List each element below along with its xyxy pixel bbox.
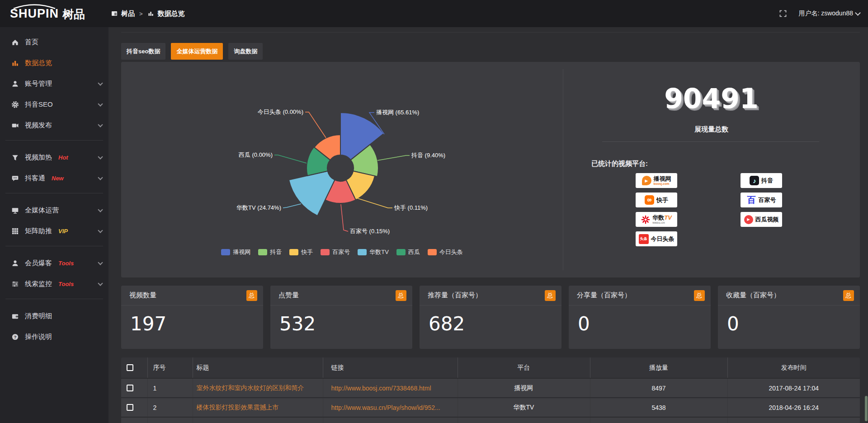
video-title-link[interactable]: 室外水纹灯和室内水纹灯的区别和简介 [197, 384, 304, 391]
sidebar-item-lead-monitor[interactable]: 线索监控Tools [0, 273, 108, 294]
platform-name: 播视网 [654, 176, 671, 182]
sidebar-item-member-burst[interactable]: 会员爆客Tools [0, 253, 108, 273]
user-menu[interactable]: 用户名: zswodun88 [798, 9, 860, 18]
col-header-platform: 平台 [458, 357, 590, 378]
video-url-link[interactable]: http://www.boosj.com/7338468.html [331, 385, 431, 392]
video-url-link[interactable]: http://www.wasu.cn/Play/show/id/952... [331, 404, 440, 411]
tab-inquiry-data[interactable]: 询盘数据 [228, 43, 263, 60]
cell-platform: 播视网 [458, 378, 590, 398]
stat-card-3: 分享量（百家号）总0 [569, 286, 711, 349]
sidebar-item-douyin-seo[interactable]: 抖音SEO [0, 94, 108, 115]
cell-platform: 华数TV [458, 398, 590, 417]
platform-badge-boosj[interactable]: ▶播视网boosj.com [636, 173, 677, 188]
select-all-checkbox[interactable] [127, 364, 133, 371]
row-checkbox[interactable] [127, 404, 133, 411]
stat-card-value: 682 [420, 306, 561, 335]
chart-panel: 播视网 (65.61%)抖音 (9.40%)快手 (0.11%)百家号 (0.1… [121, 62, 860, 277]
table-row-2: 2楼体投影灯投影效果震撼上市http://www.wasu.cn/Play/sh… [121, 398, 860, 417]
pie-label-6: 今日头条 (0.00%) [258, 108, 303, 115]
platform-badge-grid: ▶播视网boosj.com♪抖音8快手百百家号华数TVwasu.cn▶西瓜视频头… [636, 173, 782, 246]
legend-item-2[interactable]: 快手 [289, 248, 313, 256]
chevron-down-icon [855, 10, 861, 16]
stat-card-value: 532 [270, 306, 412, 335]
platform-badge-douyin[interactable]: ♪抖音 [741, 173, 782, 188]
platform-badge-wasu[interactable]: 华数TVwasu.cn [636, 212, 677, 227]
sidebar-item-video-heat[interactable]: 视频加热Hot [0, 147, 108, 168]
legend-swatch [258, 249, 267, 255]
platform-badge-baijiahao[interactable]: 百百家号 [741, 193, 782, 207]
sidebar-item-data-overview[interactable]: 数据总览 [0, 52, 108, 73]
sidebar-item-account-manage[interactable]: 账号管理 [0, 73, 108, 94]
sidebar-item-instructions[interactable]: ?操作说明 [0, 326, 108, 347]
row-checkbox[interactable] [127, 385, 133, 391]
cell-title [193, 417, 323, 423]
lead-monitor-badge: Tools [58, 281, 74, 287]
chart-icon [11, 59, 19, 67]
cell-title: 室外水纹灯和室内水纹灯的区别和简介 [193, 378, 323, 398]
logo-text-cjk: 树品 [62, 9, 85, 20]
col-header-link: 链接 [323, 357, 458, 378]
scrollbar-thumb[interactable] [865, 396, 868, 421]
video-title-link[interactable]: 楼体投影灯投影效果震撼上市 [197, 404, 279, 411]
cell-time: 2017-08-24 17:04 [727, 378, 860, 398]
pie-label-3: 百家号 (0.15%) [350, 228, 390, 235]
platform-badge-xigua[interactable]: ▶西瓜视频 [741, 212, 782, 227]
tab-douyin-seo-data[interactable]: 抖音seo数据 [121, 43, 165, 60]
fullscreen-icon[interactable] [779, 10, 787, 17]
legend-item-6[interactable]: 今日头条 [428, 248, 463, 256]
sidebar-item-video-publish[interactable]: 视频发布 [0, 115, 108, 136]
sidebar-item-home[interactable]: 首页 [0, 32, 108, 52]
stat-card-4: 收藏量（百家号）总0 [718, 286, 860, 349]
platform-badge-toutiao[interactable]: 头条今日头条 [636, 231, 677, 246]
cell-link [323, 417, 458, 423]
col-header-num: 序号 [147, 357, 193, 378]
chevron-down-icon [98, 260, 103, 265]
sidebar-item-douketong[interactable]: 抖客通New [0, 168, 108, 188]
legend-label: 今日头条 [439, 248, 463, 256]
tab-media-operation-data[interactable]: 全媒体运营数据 [171, 43, 223, 60]
total-badge[interactable]: 总 [843, 290, 854, 301]
table-row-3 [121, 417, 860, 423]
home-icon [11, 38, 19, 46]
legend-item-3[interactable]: 百家号 [321, 248, 350, 256]
table-row-1: 1室外水纹灯和室内水纹灯的区别和简介http://www.boosj.com/7… [121, 378, 860, 398]
total-badge[interactable]: 总 [396, 290, 406, 301]
total-badge[interactable]: 总 [694, 290, 705, 301]
legend-item-0[interactable]: 播视网 [221, 248, 250, 256]
xigua-icon: ▶ [744, 215, 753, 224]
total-badge[interactable]: 总 [545, 290, 556, 301]
legend-item-5[interactable]: 西瓜 [396, 248, 420, 256]
sidebar-item-label: 视频发布 [25, 121, 52, 130]
pie-label-line-1 [377, 155, 410, 160]
sidebar-item-matrix-boost[interactable]: 矩阵助推VIP [0, 221, 108, 241]
cell-title: 楼体投影灯投影效果震撼上市 [193, 398, 323, 417]
platform-name: 百家号 [759, 197, 776, 203]
total-impressions-value: 90491 [563, 83, 860, 114]
stat-card-2: 推荐量（百家号）总682 [420, 286, 561, 349]
breadcrumb-root[interactable]: 树品 [121, 9, 135, 18]
wasu-icon [641, 215, 650, 224]
svg-text:?: ? [14, 334, 16, 339]
legend-swatch [289, 249, 298, 255]
sidebar-item-expense-detail[interactable]: 消费明细 [0, 306, 108, 326]
legend-item-1[interactable]: 抖音 [258, 248, 282, 256]
douketong-badge: New [52, 175, 64, 182]
pie-slice-4[interactable] [289, 171, 335, 216]
sidebar-item-label: 会员爆客 [25, 259, 52, 268]
legend-swatch [396, 249, 406, 255]
wallet-icon [11, 312, 19, 320]
platform-badge-kuaishou[interactable]: 8快手 [636, 193, 677, 207]
pie-label-2: 快手 (0.11%) [394, 204, 428, 211]
cell-num: 2 [147, 398, 193, 417]
sidebar-divider [5, 246, 103, 246]
monitor-icon [11, 206, 19, 214]
total-badge[interactable]: 总 [246, 290, 257, 301]
legend-item-4[interactable]: 华数TV [358, 248, 389, 256]
user-icon [11, 80, 19, 88]
sidebar-item-media-operation[interactable]: 全媒体运营 [0, 200, 108, 221]
member-burst-badge: Tools [58, 260, 74, 267]
chevron-down-icon [98, 154, 103, 159]
sidebar-item-label: 抖客通 [25, 174, 45, 183]
chevron-down-icon [98, 80, 103, 85]
chat-icon [11, 174, 19, 182]
